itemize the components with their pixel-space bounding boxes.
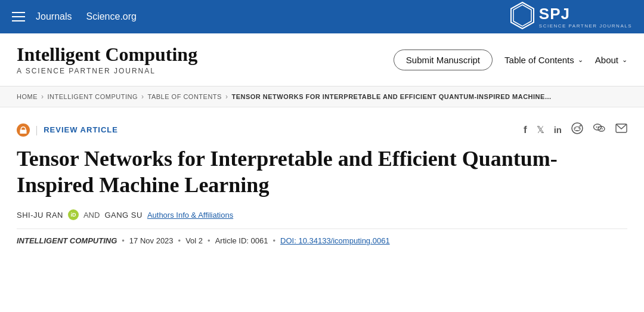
svg-point-6 — [580, 125, 581, 126]
spj-letters: SPJ — [539, 5, 570, 23]
table-of-contents-dropdown[interactable]: Table of Contents ⌄ — [504, 55, 583, 65]
top-nav-links: Journals Science.org — [36, 11, 137, 22]
article-info-row: INTELLIGENT COMPUTING • 17 Nov 2023 • Vo… — [17, 228, 627, 245]
svg-point-11 — [600, 128, 601, 129]
breadcrumb-home[interactable]: HOME — [17, 93, 38, 100]
spj-logo-text: SPJ SCIENCE PARTNER JOURNALS — [539, 5, 632, 29]
svg-marker-1 — [513, 5, 531, 26]
dot1: • — [122, 236, 125, 245]
breadcrumb-sep-2: › — [141, 92, 144, 101]
spj-subtitle: SCIENCE PARTNER JOURNALS — [539, 23, 632, 29]
spj-logo: SPJ SCIENCE PARTNER JOURNALS — [510, 2, 632, 32]
wechat-share-icon[interactable] — [593, 122, 606, 138]
article-vol: Vol 2 — [185, 236, 203, 245]
svg-point-3 — [574, 127, 580, 131]
dot4: • — [273, 236, 276, 245]
article-info-journal: INTELLIGENT COMPUTING — [17, 236, 117, 245]
linkedin-share-icon[interactable]: in — [554, 125, 562, 135]
article-meta-row: | REVIEW ARTICLE f 𝕏 in — [17, 122, 627, 138]
breadcrumb-toc[interactable]: TABLE OF CONTENTS — [147, 93, 221, 100]
svg-marker-0 — [511, 2, 534, 29]
spj-hexagon-icon — [510, 2, 534, 32]
journal-header: Intelligent Computing A SCIENCE PARTNER … — [0, 33, 644, 87]
journals-link[interactable]: Journals — [36, 11, 72, 22]
submit-manuscript-button[interactable]: Submit Manuscript — [394, 50, 493, 70]
journal-subtitle: A SCIENCE PARTNER JOURNAL — [17, 67, 394, 75]
author1-orcid-icon[interactable]: iD — [68, 209, 79, 220]
breadcrumb-sep-1: › — [41, 92, 44, 101]
author1-name: SHI-JU RAN — [17, 211, 63, 220]
toc-chevron-icon: ⌄ — [578, 56, 583, 64]
svg-point-8 — [596, 126, 597, 128]
article-id: Article ID: 0061 — [215, 236, 268, 245]
svg-point-5 — [578, 128, 580, 129]
facebook-share-icon[interactable]: f — [524, 124, 527, 136]
twitter-share-icon[interactable]: 𝕏 — [537, 124, 544, 135]
article-badge-row: | REVIEW ARTICLE — [17, 123, 118, 137]
reddit-share-icon[interactable] — [571, 122, 583, 137]
svg-point-12 — [602, 128, 603, 129]
doi-link[interactable]: DOI: 10.34133/icomputing.0061 — [280, 236, 390, 245]
authors-row: SHI-JU RAN iD AND GANG SU Authors Info &… — [17, 209, 627, 220]
journal-name: Intelligent Computing — [17, 44, 394, 65]
authors-info-link[interactable]: Authors Info & Affiliations — [147, 211, 233, 220]
breadcrumb-journal[interactable]: INTELLIGENT COMPUTING — [48, 93, 138, 100]
article-main: | REVIEW ARTICLE f 𝕏 in Tensor Networks … — [0, 107, 644, 257]
hamburger-menu[interactable] — [12, 12, 25, 21]
email-share-icon[interactable] — [615, 123, 627, 136]
breadcrumb: HOME › INTELLIGENT COMPUTING › TABLE OF … — [0, 87, 644, 107]
svg-point-4 — [575, 128, 576, 129]
scienceorg-link[interactable]: Science.org — [86, 11, 137, 22]
top-navigation: Journals Science.org SPJ SCIENCE PARTNER… — [0, 0, 644, 33]
social-icons-group: f 𝕏 in — [524, 122, 627, 138]
journal-nav: Submit Manuscript Table of Contents ⌄ Ab… — [394, 50, 627, 70]
breadcrumb-sep-3: › — [225, 92, 228, 101]
about-dropdown[interactable]: About ⌄ — [595, 55, 627, 65]
dot3: • — [208, 236, 210, 245]
article-type-label: REVIEW ARTICLE — [44, 125, 118, 134]
breadcrumb-article: TENSOR NETWORKS FOR INTERPRETABLE AND EF… — [231, 93, 551, 100]
about-chevron-icon: ⌄ — [622, 56, 627, 64]
open-access-icon — [17, 123, 30, 137]
badge-divider: | — [36, 125, 38, 135]
article-date: 17 Nov 2023 — [129, 236, 174, 245]
journal-title-block: Intelligent Computing A SCIENCE PARTNER … — [17, 44, 394, 75]
author2-name: GANG SU — [104, 211, 142, 220]
dot2: • — [178, 236, 181, 245]
author-and: AND — [83, 211, 100, 220]
svg-point-2 — [572, 123, 583, 134]
article-title: Tensor Networks for Interpretable and Ef… — [17, 146, 627, 199]
